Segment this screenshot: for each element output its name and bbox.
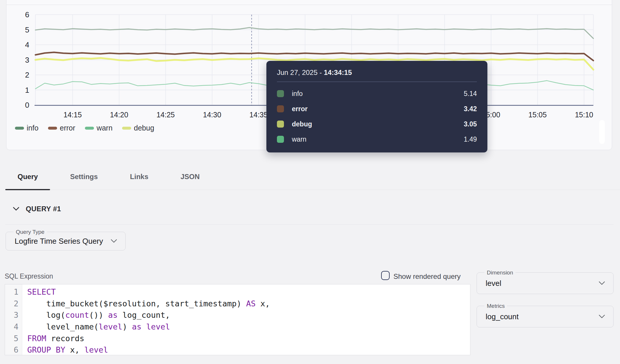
y-axis-tick-label: 5 bbox=[25, 25, 29, 34]
tab-query[interactable]: Query bbox=[5, 164, 50, 190]
chart-legend: infoerrorwarndebug bbox=[15, 124, 154, 132]
sql-code-line: 1SELECT bbox=[5, 286, 470, 298]
query-type-label: Query Type bbox=[13, 229, 47, 235]
query-type-value: Logfire Time Series Query bbox=[15, 237, 103, 246]
tooltip-row-value: 1.49 bbox=[464, 135, 477, 143]
tooltip-row-value: 5.14 bbox=[464, 90, 477, 98]
query-1-header[interactable]: QUERY #1 bbox=[13, 205, 61, 213]
warn-legend-swatch bbox=[85, 127, 94, 130]
sql-code-line: 2 time_bucket($resolution, start_timesta… bbox=[5, 298, 470, 310]
dimension-label: Dimension bbox=[484, 269, 515, 276]
debug-legend-swatch bbox=[122, 127, 131, 130]
tooltip-date: Jun 27, 2025 - bbox=[277, 68, 324, 76]
legend-label: warn bbox=[97, 124, 112, 132]
tooltip-rows: info 5.14 error 3.42 debug 3.05 warn 1.4… bbox=[277, 86, 477, 147]
line-number: 1 bbox=[5, 287, 22, 296]
query-type-select[interactable]: Query Type Logfire Time Series Query bbox=[6, 232, 126, 250]
tooltip-row-label: info bbox=[292, 90, 303, 98]
sql-code-line: 5FROM records bbox=[5, 332, 470, 344]
info-legend-swatch bbox=[15, 127, 24, 130]
show-rendered-query-checkbox[interactable] bbox=[381, 271, 390, 280]
legend-label: info bbox=[27, 124, 38, 132]
x-axis-tick-label: 14:15 bbox=[64, 111, 82, 119]
sql-code-line: 4 level_name(level) as level bbox=[5, 321, 470, 333]
tooltip-row-info: info 5.14 bbox=[277, 86, 477, 101]
query-section-divider bbox=[5, 224, 614, 225]
chart-tooltip: Jun 27, 2025 - 14:34:15 info 5.14 error … bbox=[266, 61, 487, 152]
x-axis-tick-label: 14:35 bbox=[249, 111, 268, 119]
warn-swatch bbox=[277, 136, 284, 143]
info-swatch bbox=[277, 90, 284, 97]
line-number: 6 bbox=[5, 345, 22, 354]
tooltip-time: 14:34:15 bbox=[324, 68, 352, 76]
chevron-down-icon bbox=[598, 281, 606, 286]
tooltip-row-label: debug bbox=[292, 120, 312, 128]
tooltip-row-label: error bbox=[292, 105, 308, 113]
x-axis-tick-label: 14:30 bbox=[203, 111, 221, 119]
line-number: 4 bbox=[5, 322, 22, 331]
legend-label: error bbox=[60, 124, 75, 132]
code-text: GROUP BY x, level bbox=[22, 345, 108, 354]
x-axis-tick-label: 15:05 bbox=[528, 111, 547, 119]
code-text: level_name(level) as level bbox=[22, 322, 170, 331]
x-axis-tick-label: 14:20 bbox=[110, 111, 129, 119]
sql-expression-label: SQL Expression bbox=[5, 272, 53, 280]
tooltip-row-debug: debug 3.05 bbox=[277, 116, 477, 132]
sql-code-line: 3 log(count()) as log_count, bbox=[5, 309, 470, 321]
metrics-select[interactable]: Metrics log_count bbox=[477, 306, 614, 327]
y-axis-tick-label: 0 bbox=[25, 101, 29, 109]
y-axis-tick-label: 3 bbox=[25, 56, 29, 64]
chevron-down-icon bbox=[110, 239, 118, 243]
tooltip-row-label: warn bbox=[292, 135, 306, 143]
chevron-down-icon bbox=[598, 314, 606, 319]
dashboard-chart-editor: 012345614:1514:2014:2514:3014:3514:4014:… bbox=[0, 0, 620, 364]
tooltip-row-warn: warn 1.49 bbox=[277, 132, 477, 147]
legend-label: debug bbox=[134, 124, 154, 132]
legend-item-warn[interactable]: warn bbox=[85, 124, 112, 132]
x-axis-tick-label: 15:10 bbox=[575, 111, 593, 119]
x-axis-tick-label: 14:25 bbox=[156, 111, 175, 119]
y-axis-tick-label: 6 bbox=[25, 10, 29, 19]
dimension-value: level bbox=[486, 279, 501, 288]
code-text: log(count()) as log_count, bbox=[22, 310, 170, 320]
metrics-value: log_count bbox=[486, 312, 519, 321]
tooltip-timestamp: Jun 27, 2025 - 14:34:15 bbox=[277, 68, 477, 77]
tab-settings[interactable]: Settings bbox=[58, 164, 110, 190]
code-text: SELECT bbox=[22, 287, 56, 296]
tooltip-row-error: error 3.42 bbox=[277, 101, 477, 116]
metrics-label: Metrics bbox=[484, 303, 507, 309]
y-axis-tick-label: 2 bbox=[25, 71, 29, 79]
line-number: 3 bbox=[5, 310, 22, 320]
tab-links[interactable]: Links bbox=[118, 164, 161, 190]
sql-code-line: 6GROUP BY x, level bbox=[5, 344, 470, 356]
dimension-select[interactable]: Dimension level bbox=[477, 272, 614, 294]
error-swatch bbox=[277, 105, 284, 112]
error-legend-swatch bbox=[48, 127, 57, 130]
line-number: 2 bbox=[5, 299, 22, 308]
legend-item-error[interactable]: error bbox=[48, 124, 75, 132]
legend-item-info[interactable]: info bbox=[15, 124, 38, 132]
show-rendered-query-label[interactable]: Show rendered query bbox=[393, 272, 460, 281]
debug-swatch bbox=[277, 121, 284, 128]
y-axis-tick-label: 4 bbox=[25, 40, 29, 49]
legend-item-debug[interactable]: debug bbox=[122, 124, 154, 132]
code-text: time_bucket($resolution, start_timestamp… bbox=[22, 299, 270, 308]
page-scrollbar-thumb[interactable] bbox=[599, 120, 605, 144]
sql-code: 1SELECT2 time_bucket($resolution, start_… bbox=[5, 286, 470, 356]
tooltip-row-value: 3.42 bbox=[464, 105, 477, 113]
line-number: 5 bbox=[5, 334, 22, 343]
y-axis-tick-label: 1 bbox=[25, 86, 29, 95]
tab-bar: Query Settings Links JSON bbox=[5, 164, 620, 190]
tab-json[interactable]: JSON bbox=[168, 164, 212, 190]
query-1-title: QUERY #1 bbox=[26, 205, 61, 213]
code-text: FROM records bbox=[22, 334, 84, 343]
tooltip-row-value: 3.05 bbox=[464, 120, 477, 128]
sql-editor[interactable]: 1SELECT2 time_bucket($resolution, start_… bbox=[5, 284, 470, 355]
tooltip-divider bbox=[277, 82, 477, 82]
chevron-down-icon bbox=[13, 207, 20, 211]
